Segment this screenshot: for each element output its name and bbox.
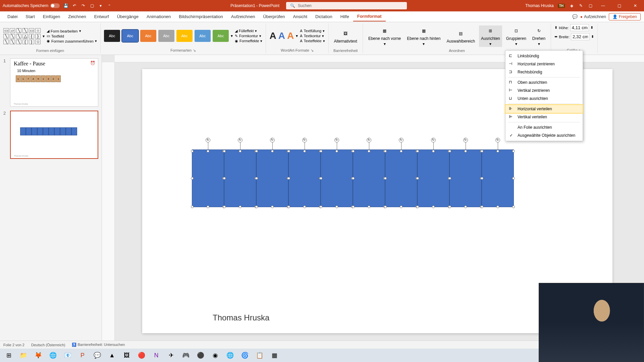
onenote-icon[interactable]: N bbox=[149, 349, 164, 361]
tab-start[interactable]: Start bbox=[21, 12, 39, 21]
tab-hilfe[interactable]: Hilfe bbox=[336, 12, 353, 21]
tab-uebergaenge[interactable]: Übergänge bbox=[113, 12, 143, 21]
start-button[interactable]: ⊞ bbox=[1, 349, 16, 361]
style-more-icon[interactable]: ▾ bbox=[231, 34, 233, 38]
slide-panel[interactable]: 1 ⏰ Kaffee - Pause 10 Minuten 117451321 … bbox=[0, 55, 102, 344]
shape-rectangle[interactable] bbox=[288, 149, 321, 207]
shape-rectangle[interactable] bbox=[482, 149, 514, 207]
chrome-icon[interactable]: 🌐 bbox=[46, 349, 60, 361]
menu-unten-ausrichten[interactable]: ⊔Unten ausrichten bbox=[505, 95, 583, 103]
breite-input[interactable] bbox=[571, 33, 590, 40]
gallery-more-icon[interactable]: ▾ bbox=[43, 34, 45, 39]
search-input[interactable]: 🔍 Suchen bbox=[286, 2, 407, 9]
ebene-hinten-button[interactable]: ▦Ebene nach hinten▾ bbox=[405, 25, 442, 47]
auswahlbereich-button[interactable]: ▤Auswahlbereich bbox=[444, 28, 477, 44]
firefox-icon[interactable]: 🦊 bbox=[31, 349, 46, 361]
dialog-launcher-icon[interactable]: ↘ bbox=[311, 48, 314, 53]
tab-aufzeichnen[interactable]: Aufzeichnen bbox=[227, 12, 259, 21]
alternativtext-button[interactable]: 🖼 Alternativtext bbox=[332, 28, 359, 44]
menu-oben-ausrichten[interactable]: ⊓Oben ausrichten bbox=[505, 78, 583, 86]
ebene-vorne-button[interactable]: ▦Ebene nach vorne▾ bbox=[366, 25, 403, 47]
accessibility-indicator[interactable]: ♿ Barrierefreiheit: Untersuchen bbox=[72, 343, 125, 347]
app-icon[interactable]: 🎮 bbox=[178, 349, 193, 361]
slide-thumbnail-2[interactable]: Thomas Hruska bbox=[10, 111, 98, 159]
user-avatar[interactable]: TH bbox=[558, 4, 565, 8]
app-icon[interactable]: ◉ bbox=[208, 349, 223, 361]
tab-animationen[interactable]: Animationen bbox=[143, 12, 175, 21]
app-icon[interactable]: ▦ bbox=[267, 349, 282, 361]
form-bearbeiten-button[interactable]: ◢ Form bearbeiten ▾ bbox=[47, 29, 97, 33]
qat-more-icon[interactable]: ⁼ bbox=[107, 3, 112, 8]
redo-icon[interactable]: ↷ bbox=[80, 3, 86, 8]
menu-linksbuendig[interactable]: ⊏Linksbündig bbox=[505, 52, 583, 60]
textfuellung-button[interactable]: A Textfüllung ▾ bbox=[300, 29, 325, 33]
telegram-icon[interactable]: ✈ bbox=[164, 349, 178, 361]
ausrichten-button[interactable]: ⊞Ausrichten▾ bbox=[479, 25, 502, 47]
comments-icon[interactable]: 💬 bbox=[572, 14, 578, 19]
textfeld-button[interactable]: ▭ Textfeld bbox=[47, 34, 97, 38]
shape-rectangle[interactable] bbox=[321, 149, 353, 207]
app-icon[interactable]: 🔴 bbox=[134, 349, 149, 361]
dialog-launcher-icon[interactable]: ↘ bbox=[193, 48, 196, 53]
formkontur-button[interactable]: ✎ Formkontur ▾ bbox=[235, 34, 263, 38]
menu-an-folie[interactable]: An Folie ausrichten bbox=[505, 123, 583, 131]
wordart-more-icon[interactable]: ▾ bbox=[296, 34, 298, 38]
app-icon[interactable]: 🌐 bbox=[223, 349, 237, 361]
explorer-icon[interactable]: 📁 bbox=[16, 349, 31, 361]
tab-datei[interactable]: Datei bbox=[3, 12, 21, 21]
from-beginning-icon[interactable]: ▢ bbox=[89, 3, 95, 8]
autosave-toggle[interactable]: Automatisches Speichern bbox=[3, 3, 60, 8]
hoehe-input[interactable] bbox=[570, 24, 589, 31]
freigeben-button[interactable]: 👤Freigeben bbox=[609, 13, 641, 20]
tab-bildschirm[interactable]: Bildschirmpräsentation bbox=[175, 12, 227, 21]
shape-rectangle[interactable] bbox=[385, 149, 417, 207]
cloud-icon[interactable]: ◈ bbox=[569, 3, 574, 8]
menu-horizontal-verteilen[interactable]: ⊪Horizontal verteilen bbox=[505, 105, 583, 113]
menu-horizontal-zentrieren[interactable]: ⊣Horizontal zentrieren bbox=[505, 60, 583, 68]
undo-icon[interactable]: ↶ bbox=[72, 3, 77, 8]
shape-style-gallery[interactable]: Abc Abc Abc Abc Abc Abc Abc ▾ bbox=[104, 30, 233, 42]
tab-dictation[interactable]: Dictation bbox=[311, 12, 336, 21]
ribbon-options-icon[interactable]: ▢ bbox=[588, 3, 593, 8]
wordart-gallery[interactable]: A A A ▾ bbox=[269, 31, 298, 41]
save-icon[interactable]: 💾 bbox=[63, 3, 68, 8]
shape-rectangle[interactable] bbox=[224, 149, 256, 207]
shape-rectangle[interactable] bbox=[449, 149, 482, 207]
textkontur-button[interactable]: A Textkontur ▾ bbox=[300, 34, 325, 38]
tab-formformat[interactable]: Formformat bbox=[353, 12, 386, 21]
drehen-button[interactable]: ↻Drehen▾ bbox=[530, 25, 547, 47]
shape-rectangle[interactable] bbox=[256, 149, 288, 207]
gruppieren-button[interactable]: ⊡Gruppieren▾ bbox=[504, 25, 528, 47]
shape-rectangle[interactable] bbox=[353, 149, 385, 207]
quick-access-icon[interactable]: ▾ bbox=[98, 3, 103, 8]
menu-vertikal-zentrieren[interactable]: ⊢Vertikal zentrieren bbox=[505, 86, 583, 95]
tab-einfuegen[interactable]: Einfügen bbox=[39, 12, 64, 21]
shape-gallery[interactable]: ▭▱╲╲▭○ ╲╲╲△{} ╲╲╲{}☆ bbox=[3, 28, 41, 44]
formen-zusammen-button[interactable]: ◉ Formen zusammenführen ▾ bbox=[47, 39, 97, 43]
menu-ausgewaehlte[interactable]: ✓Ausgewählte Objekte ausrichten bbox=[505, 131, 583, 139]
close-button[interactable]: ✕ bbox=[629, 2, 641, 10]
app-icon[interactable]: 📋 bbox=[252, 349, 267, 361]
slide-thumbnail-1[interactable]: ⏰ Kaffee - Pause 10 Minuten 117451321 Th… bbox=[10, 58, 98, 107]
menu-rechtsbuendig[interactable]: ⊐Rechtsbündig bbox=[505, 68, 583, 76]
aufzeichnen-button[interactable]: ●Aufzeichnen bbox=[580, 14, 606, 19]
tab-ueberpruefen[interactable]: Überprüfen bbox=[259, 12, 289, 21]
vlc-icon[interactable]: ▲ bbox=[105, 349, 119, 361]
texteffekte-button[interactable]: A Texteffekte ▾ bbox=[300, 39, 325, 43]
tab-zeichnen[interactable]: Zeichnen bbox=[64, 12, 90, 21]
slide-counter[interactable]: Folie 2 von 2 bbox=[3, 343, 24, 347]
app-icon[interactable]: 🖼 bbox=[119, 349, 134, 361]
outlook-icon[interactable]: 📧 bbox=[60, 349, 75, 361]
edge-icon[interactable]: 🌀 bbox=[237, 349, 252, 361]
shape-rectangle[interactable] bbox=[192, 149, 224, 207]
tab-ansicht[interactable]: Ansicht bbox=[289, 12, 311, 21]
maximize-button[interactable]: ▢ bbox=[613, 2, 625, 10]
app-icon[interactable]: 💬 bbox=[90, 349, 105, 361]
language-indicator[interactable]: Deutsch (Österreich) bbox=[31, 343, 65, 347]
pen-icon[interactable]: ✎ bbox=[578, 3, 584, 8]
tab-entwurf[interactable]: Entwurf bbox=[90, 12, 113, 21]
menu-vertikal-verteilen[interactable]: ⊫Vertikal verteilen bbox=[505, 113, 583, 121]
powerpoint-icon[interactable]: P bbox=[75, 349, 90, 361]
minimize-button[interactable]: — bbox=[597, 2, 609, 10]
shape-rectangle[interactable] bbox=[417, 149, 449, 207]
